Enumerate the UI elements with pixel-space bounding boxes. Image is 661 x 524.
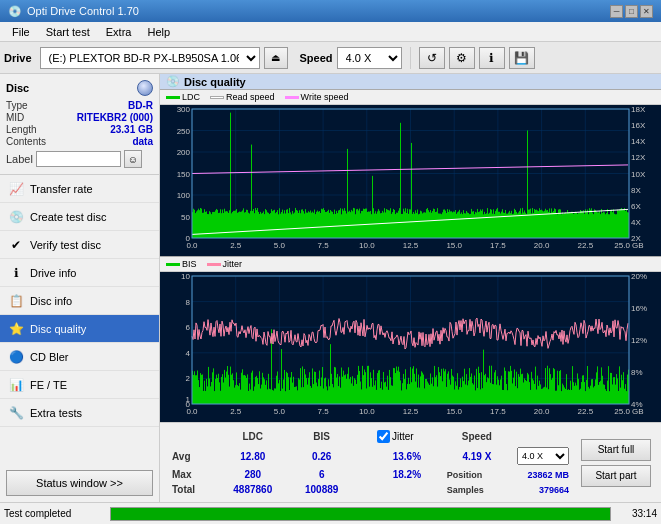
status-text: Test completed [4,508,104,519]
disc-icon [137,80,153,96]
nav-icon-transfer-rate: 📈 [8,181,24,197]
drive-select[interactable]: (E:) PLEXTOR BD-R PX-LB950SA 1.06 [40,47,260,69]
menu-start-test[interactable]: Start test [38,24,98,40]
app-icon: 💿 [8,5,22,18]
speed-select[interactable]: 4.0 X [337,47,402,69]
close-button[interactable]: ✕ [640,5,653,18]
disc-type-label: Type [6,100,28,111]
save-button[interactable]: 💾 [509,47,535,69]
speed-header: Speed [443,429,511,444]
nav-icon-drive-info: ℹ [8,265,24,281]
action-buttons: Start full Start part [581,427,651,498]
disc-quality-icon: 💿 [166,75,180,88]
nav-icon-verify-test-disc: ✔ [8,237,24,253]
max-bis: 6 [290,468,353,481]
nav-item-drive-info[interactable]: ℹDrive info [0,259,159,287]
nav-item-create-test-disc[interactable]: 💿Create test disc [0,203,159,231]
refresh-button[interactable]: ↺ [419,47,445,69]
nav-item-disc-quality[interactable]: ⭐Disc quality [0,315,159,343]
status-time: 33:14 [617,508,657,519]
right-panel: 💿 Disc quality LDC Read speed [160,74,661,502]
disc-quality-title: Disc quality [184,76,246,88]
nav-item-extra-tests[interactable]: 🔧Extra tests [0,399,159,427]
info-button[interactable]: ℹ [479,47,505,69]
position-label: Position [443,468,511,481]
menu-file[interactable]: File [4,24,38,40]
lower-legend: BIS Jitter [160,257,661,272]
nav-items: 📈Transfer rate💿Create test disc✔Verify t… [0,175,159,427]
disc-length-label: Length [6,124,37,135]
nav-item-fe-te[interactable]: 📊FE / TE [0,371,159,399]
legend-read-speed-label: Read speed [226,92,275,102]
nav-icon-disc-quality: ⭐ [8,321,24,337]
drive-toolbar: Drive (E:) PLEXTOR BD-R PX-LB950SA 1.06 … [0,42,661,74]
disc-length-row: Length 23.31 GB [6,124,153,135]
disc-label-label: Label [6,153,33,165]
maximize-button[interactable]: □ [625,5,638,18]
jitter-checkbox-cell: Jitter [373,429,441,444]
bis-color-indicator [166,263,180,266]
nav-item-transfer-rate[interactable]: 📈Transfer rate [0,175,159,203]
nav-item-disc-info[interactable]: 📋Disc info [0,287,159,315]
stats-area: LDC BIS Jitter Speed Avg [160,422,661,502]
disc-title: Disc [6,82,29,94]
write-speed-color-indicator [285,96,299,99]
disc-mid-value: RITEKBR2 (000) [77,112,153,123]
nav-icon-disc-info: 📋 [8,293,24,309]
minimize-button[interactable]: ─ [610,5,623,18]
lower-chart-container: BIS Jitter [160,257,661,422]
speed-label: Speed [300,52,333,64]
nav-label-transfer-rate: Transfer rate [30,183,93,195]
nav-item-verify-test-disc[interactable]: ✔Verify test disc [0,231,159,259]
nav-icon-cd-bler: 🔵 [8,349,24,365]
disc-contents-value: data [132,136,153,147]
nav-label-fe-te: FE / TE [30,379,67,391]
menu-bar: File Start test Extra Help [0,22,661,42]
speed-select-stats[interactable]: 4.0 X [517,447,569,465]
samples-label: Samples [443,483,511,496]
eject-button[interactable]: ⏏ [264,47,288,69]
progress-bar [110,507,611,521]
disc-mid-label: MID [6,112,24,123]
start-full-button[interactable]: Start full [581,439,651,461]
nav-label-drive-info: Drive info [30,267,76,279]
nav-item-cd-bler[interactable]: 🔵CD Bler [0,343,159,371]
toolbar-separator [410,47,411,69]
nav-label-create-test-disc: Create test disc [30,211,106,223]
legend-ldc: LDC [166,92,200,102]
disc-label-input[interactable] [36,151,121,167]
status-window-button[interactable]: Status window >> [6,470,153,496]
status-bar: Test completed 33:14 [0,502,661,524]
read-speed-color-indicator [210,96,224,99]
disc-quality-header: 💿 Disc quality [160,74,661,90]
menu-help[interactable]: Help [139,24,178,40]
max-jitter: 18.2% [373,468,441,481]
max-label: Max [168,468,215,481]
avg-jitter: 13.6% [373,446,441,466]
upper-chart-container: LDC Read speed Write speed [160,90,661,257]
nav-label-extra-tests: Extra tests [30,407,82,419]
nav-icon-extra-tests: 🔧 [8,405,24,421]
app-title: Opti Drive Control 1.70 [27,5,139,17]
disc-label-button[interactable]: ☺ [124,150,142,168]
nav-icon-create-test-disc: 💿 [8,209,24,225]
disc-mid-row: MID RITEKBR2 (000) [6,112,153,123]
avg-bis: 0.26 [290,446,353,466]
max-position: 23862 MB [513,468,573,481]
disc-type-row: Type BD-R [6,100,153,111]
title-bar: 💿 Opti Drive Control 1.70 ─ □ ✕ [0,0,661,22]
settings-button[interactable]: ⚙ [449,47,475,69]
jitter-check-label[interactable]: Jitter [377,430,437,443]
start-part-button[interactable]: Start part [581,465,651,487]
jitter-checkbox[interactable] [377,430,390,443]
menu-extra[interactable]: Extra [98,24,140,40]
upper-chart-canvas [160,105,661,256]
main-content: Disc Type BD-R MID RITEKBR2 (000) Length… [0,74,661,502]
nav-icon-fe-te: 📊 [8,377,24,393]
jitter-label: Jitter [392,431,414,442]
legend-write-speed-label: Write speed [301,92,349,102]
bis-header: BIS [290,429,353,444]
disc-contents-row: Contents data [6,136,153,147]
title-bar-left: 💿 Opti Drive Control 1.70 [8,5,139,18]
disc-type-value: BD-R [128,100,153,111]
